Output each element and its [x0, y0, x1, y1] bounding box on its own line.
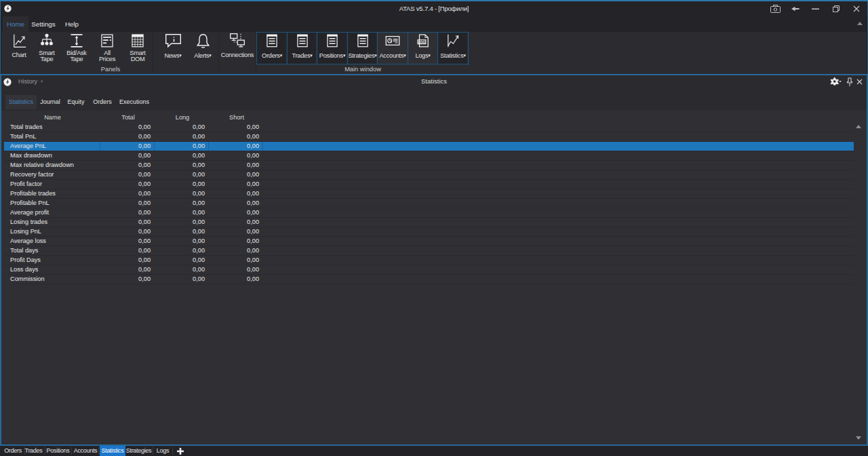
svg-text:LOG: LOG: [418, 39, 425, 43]
